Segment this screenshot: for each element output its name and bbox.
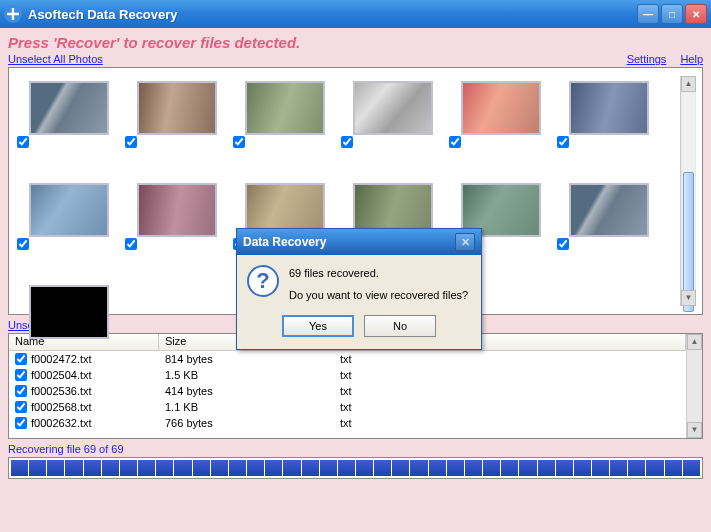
thumb-image bbox=[569, 183, 649, 237]
file-ext: txt bbox=[334, 369, 479, 381]
file-scrollbar[interactable]: ▲ ▼ bbox=[686, 334, 702, 438]
thumb-image bbox=[29, 183, 109, 237]
col-spare bbox=[479, 334, 686, 350]
question-icon: ? bbox=[247, 265, 279, 297]
file-ext: txt bbox=[334, 401, 479, 413]
file-name: f0002568.txt bbox=[31, 401, 92, 413]
dialog-line1: 69 files recovered. bbox=[289, 265, 468, 281]
photo-thumb[interactable] bbox=[15, 178, 123, 280]
thumb-image bbox=[353, 81, 433, 135]
dialog-title: Data Recovery bbox=[243, 235, 455, 249]
thumb-image bbox=[461, 81, 541, 135]
table-row[interactable]: f0002568.txt1.1 KBtxt bbox=[9, 399, 686, 415]
photo-thumb[interactable] bbox=[123, 178, 231, 280]
dialog-titlebar: Data Recovery ✕ bbox=[237, 229, 481, 255]
table-row[interactable]: f0002632.txt766 bytestxt bbox=[9, 415, 686, 431]
maximize-button[interactable]: □ bbox=[661, 4, 683, 24]
photo-scrollbar[interactable]: ▲ ▼ bbox=[680, 76, 696, 306]
window-title: Asoftech Data Recovery bbox=[28, 7, 637, 22]
yes-button[interactable]: Yes bbox=[282, 315, 354, 337]
thumb-checkbox[interactable] bbox=[17, 136, 29, 148]
file-name: f0002536.txt bbox=[31, 385, 92, 397]
thumb-image bbox=[29, 81, 109, 135]
photo-thumb[interactable] bbox=[555, 178, 663, 280]
row-checkbox[interactable] bbox=[15, 417, 27, 429]
titlebar: Asoftech Data Recovery — □ ✕ bbox=[0, 0, 711, 28]
file-size: 766 bytes bbox=[159, 417, 334, 429]
thumb-image bbox=[29, 285, 109, 339]
file-ext: txt bbox=[334, 417, 479, 429]
app-icon bbox=[4, 5, 22, 23]
thumb-checkbox[interactable] bbox=[125, 238, 137, 250]
help-link[interactable]: Help bbox=[680, 53, 703, 65]
photo-thumb[interactable] bbox=[231, 76, 339, 178]
thumb-checkbox[interactable] bbox=[17, 238, 29, 250]
scroll-down-icon[interactable]: ▼ bbox=[681, 290, 696, 306]
file-name: f0002632.txt bbox=[31, 417, 92, 429]
instruction-text: Press 'Recover' to recover files detecte… bbox=[8, 34, 703, 51]
file-size: 1.5 KB bbox=[159, 369, 334, 381]
thumb-image bbox=[569, 81, 649, 135]
photo-thumb[interactable] bbox=[447, 76, 555, 178]
unselect-photos-link[interactable]: Unselect All Photos bbox=[8, 53, 103, 65]
photo-thumb[interactable] bbox=[15, 280, 123, 382]
row-checkbox[interactable] bbox=[15, 401, 27, 413]
thumb-checkbox[interactable] bbox=[449, 136, 461, 148]
photo-thumb[interactable] bbox=[123, 76, 231, 178]
thumb-image bbox=[137, 81, 217, 135]
dialog-line2: Do you want to view recovered files? bbox=[289, 287, 468, 303]
scroll-up-icon[interactable]: ▲ bbox=[681, 76, 696, 92]
table-row[interactable]: f0002536.txt414 bytestxt bbox=[9, 383, 686, 399]
file-size: 814 bytes bbox=[159, 353, 334, 365]
thumb-checkbox[interactable] bbox=[557, 136, 569, 148]
thumb-checkbox[interactable] bbox=[233, 136, 245, 148]
minimize-button[interactable]: — bbox=[637, 4, 659, 24]
progress-bar bbox=[8, 457, 703, 479]
status-text: Recovering file 69 of 69 bbox=[8, 443, 703, 455]
thumb-image bbox=[245, 81, 325, 135]
no-button[interactable]: No bbox=[364, 315, 436, 337]
photo-thumb[interactable] bbox=[15, 76, 123, 178]
dialog-text: 69 files recovered. Do you want to view … bbox=[289, 265, 468, 303]
thumb-checkbox[interactable] bbox=[125, 136, 137, 148]
photo-thumb[interactable] bbox=[555, 76, 663, 178]
thumb-image bbox=[137, 183, 217, 237]
scroll-down-icon[interactable]: ▼ bbox=[687, 422, 702, 438]
file-size: 414 bytes bbox=[159, 385, 334, 397]
thumb-checkbox[interactable] bbox=[557, 238, 569, 250]
file-ext: txt bbox=[334, 353, 479, 365]
thumb-checkbox[interactable] bbox=[341, 136, 353, 148]
settings-link[interactable]: Settings bbox=[627, 53, 667, 65]
photo-thumb[interactable] bbox=[339, 76, 447, 178]
confirm-dialog: Data Recovery ✕ ? 69 files recovered. Do… bbox=[236, 228, 482, 350]
file-size: 1.1 KB bbox=[159, 401, 334, 413]
file-ext: txt bbox=[334, 385, 479, 397]
dialog-close-button[interactable]: ✕ bbox=[455, 233, 475, 251]
top-links: Unselect All Photos Settings Help bbox=[8, 53, 703, 65]
close-button[interactable]: ✕ bbox=[685, 4, 707, 24]
row-checkbox[interactable] bbox=[15, 385, 27, 397]
scroll-up-icon[interactable]: ▲ bbox=[687, 334, 702, 350]
main-body: Press 'Recover' to recover files detecte… bbox=[0, 28, 711, 532]
